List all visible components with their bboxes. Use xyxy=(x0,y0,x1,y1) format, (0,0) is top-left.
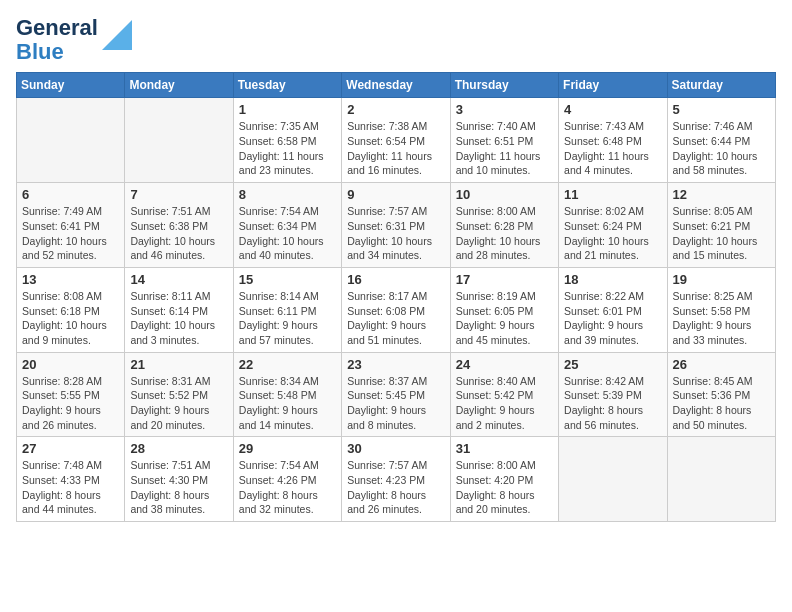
calendar-header-row: SundayMondayTuesdayWednesdayThursdayFrid… xyxy=(17,73,776,98)
col-header-sunday: Sunday xyxy=(17,73,125,98)
day-info: Sunrise: 7:57 AM Sunset: 4:23 PM Dayligh… xyxy=(347,458,444,517)
calendar-cell: 15Sunrise: 8:14 AM Sunset: 6:11 PM Dayli… xyxy=(233,267,341,352)
day-number: 22 xyxy=(239,357,336,372)
day-info: Sunrise: 7:57 AM Sunset: 6:31 PM Dayligh… xyxy=(347,204,444,263)
day-info: Sunrise: 7:35 AM Sunset: 6:58 PM Dayligh… xyxy=(239,119,336,178)
calendar-cell: 11Sunrise: 8:02 AM Sunset: 6:24 PM Dayli… xyxy=(559,183,667,268)
calendar-cell: 21Sunrise: 8:31 AM Sunset: 5:52 PM Dayli… xyxy=(125,352,233,437)
day-number: 18 xyxy=(564,272,661,287)
day-number: 3 xyxy=(456,102,553,117)
col-header-tuesday: Tuesday xyxy=(233,73,341,98)
calendar-week-row: 13Sunrise: 8:08 AM Sunset: 6:18 PM Dayli… xyxy=(17,267,776,352)
day-number: 26 xyxy=(673,357,770,372)
calendar-cell: 31Sunrise: 8:00 AM Sunset: 4:20 PM Dayli… xyxy=(450,437,558,522)
day-number: 31 xyxy=(456,441,553,456)
day-number: 16 xyxy=(347,272,444,287)
day-number: 11 xyxy=(564,187,661,202)
calendar-cell: 12Sunrise: 8:05 AM Sunset: 6:21 PM Dayli… xyxy=(667,183,775,268)
calendar-cell: 26Sunrise: 8:45 AM Sunset: 5:36 PM Dayli… xyxy=(667,352,775,437)
calendar-cell: 19Sunrise: 8:25 AM Sunset: 5:58 PM Dayli… xyxy=(667,267,775,352)
day-number: 14 xyxy=(130,272,227,287)
calendar-cell: 16Sunrise: 8:17 AM Sunset: 6:08 PM Dayli… xyxy=(342,267,450,352)
day-number: 10 xyxy=(456,187,553,202)
calendar-cell: 2Sunrise: 7:38 AM Sunset: 6:54 PM Daylig… xyxy=(342,98,450,183)
day-number: 7 xyxy=(130,187,227,202)
day-info: Sunrise: 8:28 AM Sunset: 5:55 PM Dayligh… xyxy=(22,374,119,433)
day-number: 1 xyxy=(239,102,336,117)
calendar-cell: 17Sunrise: 8:19 AM Sunset: 6:05 PM Dayli… xyxy=(450,267,558,352)
calendar-cell: 30Sunrise: 7:57 AM Sunset: 4:23 PM Dayli… xyxy=(342,437,450,522)
logo-icon xyxy=(102,20,132,50)
day-number: 25 xyxy=(564,357,661,372)
calendar-cell: 3Sunrise: 7:40 AM Sunset: 6:51 PM Daylig… xyxy=(450,98,558,183)
calendar-cell: 9Sunrise: 7:57 AM Sunset: 6:31 PM Daylig… xyxy=(342,183,450,268)
day-info: Sunrise: 8:14 AM Sunset: 6:11 PM Dayligh… xyxy=(239,289,336,348)
day-number: 30 xyxy=(347,441,444,456)
col-header-friday: Friday xyxy=(559,73,667,98)
day-number: 4 xyxy=(564,102,661,117)
day-info: Sunrise: 8:11 AM Sunset: 6:14 PM Dayligh… xyxy=(130,289,227,348)
day-number: 29 xyxy=(239,441,336,456)
calendar-table: SundayMondayTuesdayWednesdayThursdayFrid… xyxy=(16,72,776,522)
day-number: 20 xyxy=(22,357,119,372)
calendar-cell xyxy=(559,437,667,522)
calendar-cell xyxy=(667,437,775,522)
day-info: Sunrise: 8:40 AM Sunset: 5:42 PM Dayligh… xyxy=(456,374,553,433)
day-info: Sunrise: 8:08 AM Sunset: 6:18 PM Dayligh… xyxy=(22,289,119,348)
calendar-cell: 1Sunrise: 7:35 AM Sunset: 6:58 PM Daylig… xyxy=(233,98,341,183)
calendar-cell: 13Sunrise: 8:08 AM Sunset: 6:18 PM Dayli… xyxy=(17,267,125,352)
calendar-cell: 28Sunrise: 7:51 AM Sunset: 4:30 PM Dayli… xyxy=(125,437,233,522)
day-info: Sunrise: 7:54 AM Sunset: 4:26 PM Dayligh… xyxy=(239,458,336,517)
day-info: Sunrise: 7:51 AM Sunset: 6:38 PM Dayligh… xyxy=(130,204,227,263)
day-info: Sunrise: 7:46 AM Sunset: 6:44 PM Dayligh… xyxy=(673,119,770,178)
day-info: Sunrise: 8:45 AM Sunset: 5:36 PM Dayligh… xyxy=(673,374,770,433)
col-header-wednesday: Wednesday xyxy=(342,73,450,98)
day-info: Sunrise: 8:02 AM Sunset: 6:24 PM Dayligh… xyxy=(564,204,661,263)
day-info: Sunrise: 8:17 AM Sunset: 6:08 PM Dayligh… xyxy=(347,289,444,348)
day-info: Sunrise: 7:43 AM Sunset: 6:48 PM Dayligh… xyxy=(564,119,661,178)
day-info: Sunrise: 7:54 AM Sunset: 6:34 PM Dayligh… xyxy=(239,204,336,263)
calendar-week-row: 6Sunrise: 7:49 AM Sunset: 6:41 PM Daylig… xyxy=(17,183,776,268)
svg-marker-0 xyxy=(102,20,132,50)
day-number: 19 xyxy=(673,272,770,287)
day-number: 9 xyxy=(347,187,444,202)
day-info: Sunrise: 8:34 AM Sunset: 5:48 PM Dayligh… xyxy=(239,374,336,433)
page-header: General Blue xyxy=(16,16,776,64)
calendar-cell xyxy=(17,98,125,183)
logo-text: General Blue xyxy=(16,16,98,64)
col-header-monday: Monday xyxy=(125,73,233,98)
day-number: 12 xyxy=(673,187,770,202)
calendar-cell: 18Sunrise: 8:22 AM Sunset: 6:01 PM Dayli… xyxy=(559,267,667,352)
calendar-cell: 27Sunrise: 7:48 AM Sunset: 4:33 PM Dayli… xyxy=(17,437,125,522)
calendar-cell: 4Sunrise: 7:43 AM Sunset: 6:48 PM Daylig… xyxy=(559,98,667,183)
day-info: Sunrise: 8:19 AM Sunset: 6:05 PM Dayligh… xyxy=(456,289,553,348)
day-info: Sunrise: 7:38 AM Sunset: 6:54 PM Dayligh… xyxy=(347,119,444,178)
calendar-cell: 23Sunrise: 8:37 AM Sunset: 5:45 PM Dayli… xyxy=(342,352,450,437)
day-number: 28 xyxy=(130,441,227,456)
calendar-cell: 6Sunrise: 7:49 AM Sunset: 6:41 PM Daylig… xyxy=(17,183,125,268)
day-info: Sunrise: 8:42 AM Sunset: 5:39 PM Dayligh… xyxy=(564,374,661,433)
day-number: 24 xyxy=(456,357,553,372)
day-number: 23 xyxy=(347,357,444,372)
calendar-cell: 8Sunrise: 7:54 AM Sunset: 6:34 PM Daylig… xyxy=(233,183,341,268)
day-number: 15 xyxy=(239,272,336,287)
calendar-cell: 24Sunrise: 8:40 AM Sunset: 5:42 PM Dayli… xyxy=(450,352,558,437)
calendar-cell: 25Sunrise: 8:42 AM Sunset: 5:39 PM Dayli… xyxy=(559,352,667,437)
calendar-cell: 10Sunrise: 8:00 AM Sunset: 6:28 PM Dayli… xyxy=(450,183,558,268)
calendar-week-row: 27Sunrise: 7:48 AM Sunset: 4:33 PM Dayli… xyxy=(17,437,776,522)
calendar-week-row: 1Sunrise: 7:35 AM Sunset: 6:58 PM Daylig… xyxy=(17,98,776,183)
day-info: Sunrise: 7:49 AM Sunset: 6:41 PM Dayligh… xyxy=(22,204,119,263)
col-header-saturday: Saturday xyxy=(667,73,775,98)
day-number: 17 xyxy=(456,272,553,287)
day-info: Sunrise: 8:05 AM Sunset: 6:21 PM Dayligh… xyxy=(673,204,770,263)
day-number: 8 xyxy=(239,187,336,202)
day-number: 21 xyxy=(130,357,227,372)
day-info: Sunrise: 8:25 AM Sunset: 5:58 PM Dayligh… xyxy=(673,289,770,348)
day-info: Sunrise: 8:37 AM Sunset: 5:45 PM Dayligh… xyxy=(347,374,444,433)
calendar-cell: 20Sunrise: 8:28 AM Sunset: 5:55 PM Dayli… xyxy=(17,352,125,437)
calendar-cell: 22Sunrise: 8:34 AM Sunset: 5:48 PM Dayli… xyxy=(233,352,341,437)
day-number: 27 xyxy=(22,441,119,456)
calendar-cell: 14Sunrise: 8:11 AM Sunset: 6:14 PM Dayli… xyxy=(125,267,233,352)
day-info: Sunrise: 8:22 AM Sunset: 6:01 PM Dayligh… xyxy=(564,289,661,348)
col-header-thursday: Thursday xyxy=(450,73,558,98)
